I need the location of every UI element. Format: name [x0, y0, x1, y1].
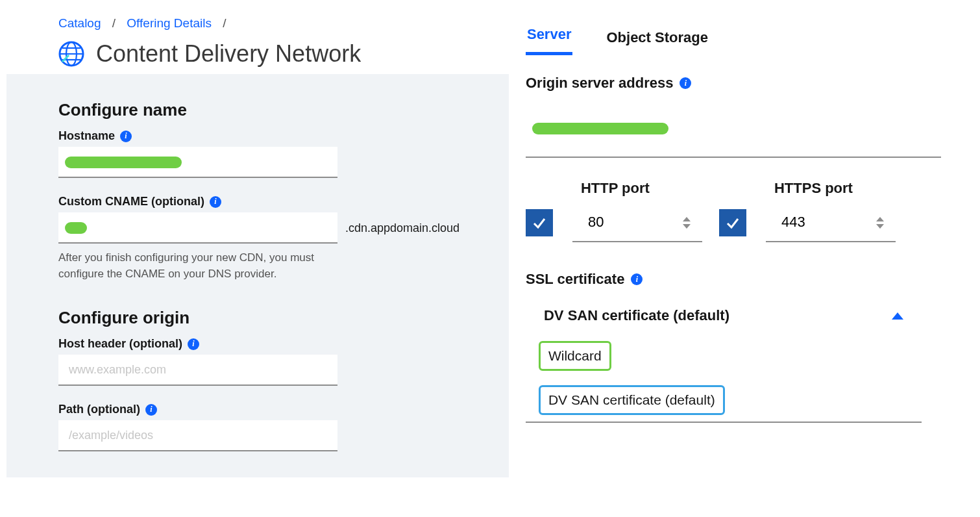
info-icon[interactable]: i [188, 338, 199, 350]
info-icon[interactable]: i [210, 196, 221, 208]
http-port-stepper[interactable] [675, 203, 698, 242]
ssl-option-dvsan[interactable]: DV SAN certificate (default) [539, 385, 725, 415]
breadcrumb-sep: / [104, 16, 123, 30]
cdn-globe-icon [58, 41, 84, 67]
breadcrumb: Catalog / Offering Details / [58, 16, 470, 31]
info-icon[interactable]: i [680, 77, 691, 89]
page-title: Content Delivery Network [96, 40, 361, 68]
ssl-selected: DV SAN certificate (default) [544, 307, 729, 324]
info-icon[interactable]: i [120, 131, 132, 142]
origin-address-label: Origin server address [526, 75, 673, 92]
cname-label: Custom CNAME (optional) [58, 195, 204, 208]
ssl-option-wildcard[interactable]: Wildcard [539, 341, 611, 371]
origin-address-input[interactable] [526, 99, 941, 158]
breadcrumb-catalog[interactable]: Catalog [58, 16, 101, 30]
cname-helper: After you finish configuring your new CD… [58, 250, 337, 282]
http-port-checkbox[interactable] [526, 209, 553, 236]
section-configure-name: Configure name [58, 100, 470, 120]
hostname-label: Hostname [58, 129, 115, 143]
https-port-checkbox[interactable] [719, 209, 746, 236]
ssl-dropdown[interactable]: DV SAN certificate (default) Wildcard DV… [526, 296, 922, 423]
cname-suffix: .cdn.appdomain.cloud [345, 221, 459, 235]
ssl-label: SSL certificate [526, 271, 624, 288]
tab-object-storage[interactable]: Object Storage [605, 23, 709, 55]
http-port-label: HTTP port [526, 180, 702, 197]
path-input[interactable] [58, 420, 337, 451]
info-icon[interactable]: i [145, 404, 157, 416]
tab-server[interactable]: Server [526, 19, 573, 55]
cname-input[interactable] [58, 212, 337, 244]
hostname-input[interactable] [58, 147, 337, 178]
breadcrumb-offering[interactable]: Offering Details [127, 16, 212, 30]
https-port-label: HTTPS port [719, 180, 896, 197]
path-label: Path (optional) [58, 403, 140, 416]
info-icon[interactable]: i [631, 273, 643, 285]
hostheader-input[interactable] [58, 355, 337, 386]
hostheader-label: Host header (optional) [58, 337, 182, 351]
chevron-up-icon [892, 312, 903, 320]
section-configure-origin: Configure origin [58, 308, 470, 328]
https-port-stepper[interactable] [868, 203, 892, 242]
breadcrumb-sep: / [215, 16, 234, 30]
